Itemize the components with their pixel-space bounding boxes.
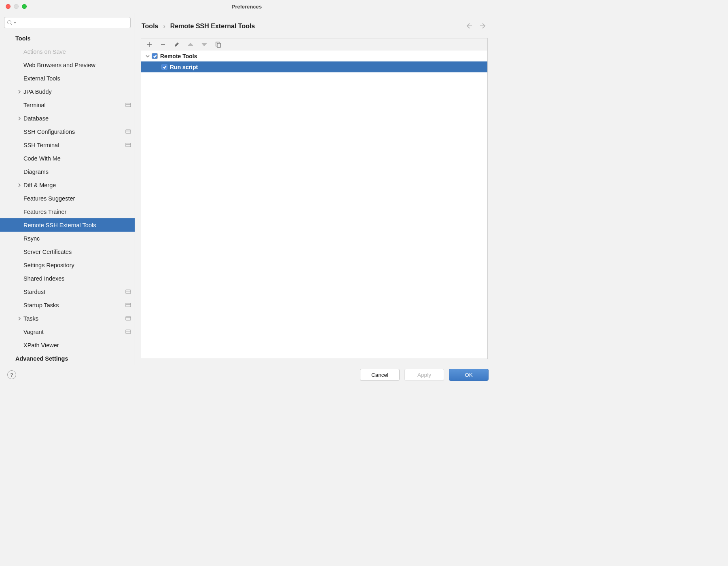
tools-panel: Remote Tools Run script (141, 38, 488, 359)
sidebar-item-label: Web Browsers and Preview (23, 62, 125, 68)
sidebar-item[interactable]: SSH Configurations (0, 125, 135, 138)
project-scope-icon (125, 103, 131, 107)
tools-toolbar (141, 38, 487, 51)
breadcrumb-leaf: Remote SSH External Tools (170, 23, 255, 30)
tree-section-tools[interactable]: Tools (0, 32, 135, 45)
sidebar-item-label: Features Trainer (23, 209, 125, 215)
sidebar-item-label: External Tools (23, 75, 125, 82)
main-split: Tools Actions on SaveWeb Browsers and Pr… (0, 13, 493, 365)
add-button[interactable] (146, 41, 152, 48)
move-up-button[interactable] (187, 41, 194, 48)
titlebar: Preferences (0, 0, 493, 13)
nav-forward-button[interactable] (480, 22, 487, 31)
footer: ? Cancel Apply OK (0, 365, 493, 385)
sidebar-item-label: Settings Repository (23, 262, 125, 268)
svg-rect-14 (126, 330, 131, 334)
cancel-button[interactable]: Cancel (360, 369, 400, 381)
sidebar-item[interactable]: Web Browsers and Preview (0, 58, 135, 72)
sidebar-item-label: Code With Me (23, 155, 125, 162)
sidebar-item[interactable]: Settings Repository (0, 258, 135, 272)
sidebar-item[interactable]: SSH Terminal (0, 138, 135, 152)
sidebar-item[interactable]: Startup Tasks (0, 298, 135, 312)
svg-point-0 (8, 21, 11, 24)
svg-rect-8 (126, 290, 131, 294)
tree-section-label: Advanced Settings (15, 355, 68, 362)
sidebar-item[interactable]: Server Certificates (0, 245, 135, 258)
sidebar-item-label: Features Suggester (23, 195, 125, 202)
project-scope-icon (125, 303, 131, 307)
project-scope-icon (125, 316, 131, 321)
tools-list[interactable]: Remote Tools Run script (141, 51, 487, 359)
window-title: Preferences (0, 4, 493, 10)
sidebar-item[interactable]: Tasks (0, 312, 135, 325)
nav-back-button[interactable] (465, 22, 472, 31)
sidebar-item-label: Shared Indexes (23, 275, 125, 282)
help-button[interactable]: ? (7, 370, 16, 379)
settings-tree[interactable]: Tools Actions on SaveWeb Browsers and Pr… (0, 31, 135, 365)
project-scope-icon (125, 143, 131, 147)
edit-button[interactable] (174, 41, 180, 48)
tree-section-label: Tools (15, 35, 31, 42)
sidebar-item[interactable]: Actions on Save (0, 45, 135, 58)
project-scope-icon (125, 289, 131, 294)
sidebar-item[interactable]: Code With Me (0, 152, 135, 165)
breadcrumb-root[interactable]: Tools (142, 23, 158, 30)
sidebar-item-label: Terminal (23, 102, 125, 108)
group-name: Remote Tools (160, 53, 197, 59)
move-down-button[interactable] (201, 41, 207, 48)
sidebar-item[interactable]: Diagrams (0, 165, 135, 178)
tree-section-advanced[interactable]: Advanced Settings (0, 352, 135, 365)
sidebar-item-label: Actions on Save (23, 49, 125, 55)
sidebar-item-label: Tasks (23, 315, 125, 322)
sidebar-item-label: JPA Buddy (23, 89, 125, 95)
sidebar-item-label: SSH Terminal (23, 142, 125, 148)
search-input[interactable] (17, 20, 128, 26)
sidebar-item-label: Stardust (23, 289, 125, 295)
sidebar: Tools Actions on SaveWeb Browsers and Pr… (0, 13, 135, 365)
sidebar-item-label: Remote SSH External Tools (23, 222, 125, 228)
sidebar-item-label: Startup Tasks (23, 302, 125, 308)
remove-button[interactable] (160, 41, 166, 48)
sidebar-item[interactable]: Shared Indexes (0, 272, 135, 285)
svg-line-1 (11, 24, 12, 25)
tool-checkbox[interactable] (161, 64, 167, 70)
sidebar-item[interactable]: Features Suggester (0, 192, 135, 205)
sidebar-item[interactable]: Terminal (0, 98, 135, 112)
search-icon (7, 20, 13, 25)
project-scope-icon (125, 129, 131, 134)
tool-item-row[interactable]: Run script (141, 61, 487, 72)
chevron-right-icon (17, 90, 21, 94)
sidebar-item[interactable]: Vagrant (0, 325, 135, 338)
sidebar-item-label: SSH Configurations (23, 129, 125, 135)
sidebar-item-label: Database (23, 115, 125, 122)
sidebar-item[interactable]: JPA Buddy (0, 85, 135, 98)
project-scope-icon (125, 329, 131, 334)
chevron-down-icon[interactable] (144, 54, 151, 58)
apply-button[interactable]: Apply (404, 369, 444, 381)
sidebar-item[interactable]: Rsync (0, 232, 135, 245)
search-dropdown-icon[interactable] (13, 21, 17, 24)
copy-button[interactable] (215, 41, 221, 48)
sidebar-item-label: Vagrant (23, 329, 125, 335)
svg-rect-4 (126, 130, 131, 133)
chevron-right-icon (17, 116, 21, 120)
chevron-right-icon (17, 183, 21, 187)
tool-group-row[interactable]: Remote Tools (141, 51, 487, 61)
breadcrumb-sep: › (163, 23, 165, 30)
svg-rect-6 (126, 143, 131, 147)
sidebar-item[interactable]: XPath Viewer (0, 338, 135, 352)
sidebar-item[interactable]: Diff & Merge (0, 178, 135, 192)
sidebar-item-label: Diagrams (23, 169, 125, 175)
chevron-right-icon (17, 317, 21, 321)
sidebar-item-label: Server Certificates (23, 249, 125, 255)
sidebar-item[interactable]: Database (0, 112, 135, 125)
search-box[interactable] (4, 17, 131, 28)
svg-rect-12 (126, 317, 131, 320)
sidebar-item[interactable]: Stardust (0, 285, 135, 298)
sidebar-item-label: Rsync (23, 235, 125, 242)
sidebar-item[interactable]: External Tools (0, 72, 135, 85)
sidebar-item[interactable]: Features Trainer (0, 205, 135, 218)
ok-button[interactable]: OK (449, 369, 489, 381)
sidebar-item[interactable]: Remote SSH External Tools (0, 218, 135, 232)
group-checkbox[interactable] (152, 53, 158, 59)
